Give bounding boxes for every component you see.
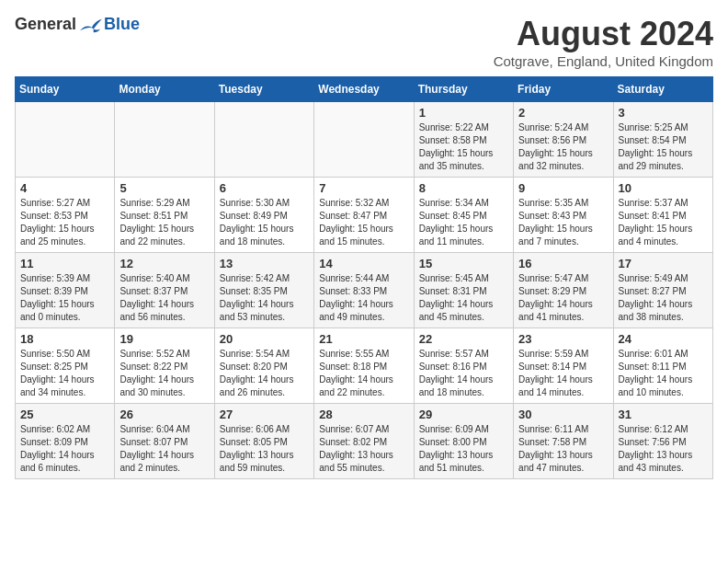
calendar-cell: 20Sunrise: 5:54 AMSunset: 8:20 PMDayligh… <box>214 328 313 404</box>
day-info: Sunrise: 5:25 AMSunset: 8:54 PMDaylight:… <box>619 121 708 173</box>
day-info: Sunrise: 5:40 AMSunset: 8:37 PMDaylight:… <box>119 272 209 324</box>
day-info: Sunrise: 5:35 AMSunset: 8:43 PMDaylight:… <box>518 197 608 248</box>
calendar-table: SundayMondayTuesdayWednesdayThursdayFrid… <box>15 76 713 479</box>
day-info: Sunrise: 5:39 AMSunset: 8:39 PMDaylight:… <box>20 272 109 324</box>
day-number: 15 <box>419 257 508 270</box>
calendar-cell <box>16 102 115 178</box>
day-info: Sunrise: 6:11 AMSunset: 7:58 PMDaylight:… <box>518 423 608 475</box>
day-info: Sunrise: 5:22 AMSunset: 8:58 PMDaylight:… <box>419 121 508 173</box>
day-info: Sunrise: 5:55 AMSunset: 8:18 PMDaylight:… <box>319 348 408 399</box>
calendar-cell: 4Sunrise: 5:27 AMSunset: 8:53 PMDaylight… <box>16 178 115 253</box>
day-info: Sunrise: 5:42 AMSunset: 8:35 PMDaylight:… <box>220 272 309 324</box>
day-number: 4 <box>20 181 109 195</box>
calendar-cell: 19Sunrise: 5:52 AMSunset: 8:22 PMDayligh… <box>115 328 214 404</box>
day-info: Sunrise: 6:01 AMSunset: 8:11 PMDaylight:… <box>619 348 708 399</box>
calendar-cell: 12Sunrise: 5:40 AMSunset: 8:37 PMDayligh… <box>115 253 214 328</box>
calendar-cell: 27Sunrise: 6:06 AMSunset: 8:05 PMDayligh… <box>214 404 313 479</box>
calendar-cell: 13Sunrise: 5:42 AMSunset: 8:35 PMDayligh… <box>214 253 313 328</box>
weekday-header-friday: Friday <box>514 77 613 102</box>
calendar-cell: 2Sunrise: 5:24 AMSunset: 8:56 PMDaylight… <box>514 102 613 178</box>
day-number: 30 <box>518 408 608 421</box>
day-info: Sunrise: 5:47 AMSunset: 8:29 PMDaylight:… <box>518 272 608 324</box>
title-area: August 2024 Cotgrave, England, United Ki… <box>494 15 713 69</box>
day-info: Sunrise: 5:32 AMSunset: 8:47 PMDaylight:… <box>319 197 408 248</box>
calendar-cell: 26Sunrise: 6:04 AMSunset: 8:07 PMDayligh… <box>115 404 214 479</box>
day-number: 14 <box>319 257 408 270</box>
day-info: Sunrise: 5:37 AMSunset: 8:41 PMDaylight:… <box>619 197 708 248</box>
day-number: 3 <box>619 106 708 120</box>
day-number: 16 <box>518 257 608 270</box>
day-number: 1 <box>419 106 508 120</box>
calendar-cell: 17Sunrise: 5:49 AMSunset: 8:27 PMDayligh… <box>613 253 712 328</box>
day-info: Sunrise: 5:24 AMSunset: 8:56 PMDaylight:… <box>518 121 608 173</box>
day-info: Sunrise: 5:27 AMSunset: 8:53 PMDaylight:… <box>20 197 109 248</box>
calendar-cell: 14Sunrise: 5:44 AMSunset: 8:33 PMDayligh… <box>314 253 414 328</box>
calendar-cell: 15Sunrise: 5:45 AMSunset: 8:31 PMDayligh… <box>414 253 513 328</box>
day-number: 17 <box>619 257 708 270</box>
calendar-cell: 28Sunrise: 6:07 AMSunset: 8:02 PMDayligh… <box>314 404 414 479</box>
day-info: Sunrise: 5:54 AMSunset: 8:20 PMDaylight:… <box>220 348 309 399</box>
calendar-cell <box>115 102 214 178</box>
calendar-cell: 8Sunrise: 5:34 AMSunset: 8:45 PMDaylight… <box>414 178 513 253</box>
weekday-header-tuesday: Tuesday <box>214 77 313 102</box>
calendar-cell: 24Sunrise: 6:01 AMSunset: 8:11 PMDayligh… <box>613 328 712 404</box>
calendar-cell: 22Sunrise: 5:57 AMSunset: 8:16 PMDayligh… <box>414 328 513 404</box>
day-info: Sunrise: 5:29 AMSunset: 8:51 PMDaylight:… <box>119 197 209 248</box>
day-info: Sunrise: 5:30 AMSunset: 8:49 PMDaylight:… <box>220 197 309 248</box>
day-number: 13 <box>220 257 309 270</box>
calendar-cell: 25Sunrise: 6:02 AMSunset: 8:09 PMDayligh… <box>16 404 115 479</box>
day-number: 7 <box>319 181 408 195</box>
day-number: 24 <box>619 332 708 346</box>
day-number: 22 <box>419 332 508 346</box>
day-info: Sunrise: 5:57 AMSunset: 8:16 PMDaylight:… <box>419 348 508 399</box>
calendar-cell <box>314 102 414 178</box>
calendar-cell <box>214 102 313 178</box>
logo-general-text: General <box>15 15 76 34</box>
day-number: 20 <box>220 332 309 346</box>
day-number: 19 <box>119 332 209 346</box>
calendar-cell: 10Sunrise: 5:37 AMSunset: 8:41 PMDayligh… <box>613 178 712 253</box>
calendar-cell: 1Sunrise: 5:22 AMSunset: 8:58 PMDaylight… <box>414 102 513 178</box>
day-number: 6 <box>220 181 309 195</box>
calendar-cell: 7Sunrise: 5:32 AMSunset: 8:47 PMDaylight… <box>314 178 414 253</box>
day-info: Sunrise: 6:02 AMSunset: 8:09 PMDaylight:… <box>20 423 109 475</box>
day-number: 12 <box>119 257 209 270</box>
calendar-cell: 11Sunrise: 5:39 AMSunset: 8:39 PMDayligh… <box>16 253 115 328</box>
day-number: 27 <box>220 408 309 421</box>
day-info: Sunrise: 5:49 AMSunset: 8:27 PMDaylight:… <box>619 272 708 324</box>
calendar-cell: 29Sunrise: 6:09 AMSunset: 8:00 PMDayligh… <box>414 404 513 479</box>
calendar-week-row: 4Sunrise: 5:27 AMSunset: 8:53 PMDaylight… <box>16 178 713 253</box>
day-number: 28 <box>319 408 408 421</box>
page-header: General Blue August 2024 Cotgrave, Engla… <box>15 15 713 69</box>
logo: General Blue <box>15 15 140 34</box>
day-number: 25 <box>20 408 109 421</box>
calendar-cell: 16Sunrise: 5:47 AMSunset: 8:29 PMDayligh… <box>514 253 613 328</box>
day-number: 10 <box>619 181 708 195</box>
weekday-header-monday: Monday <box>115 77 214 102</box>
calendar-cell: 6Sunrise: 5:30 AMSunset: 8:49 PMDaylight… <box>214 178 313 253</box>
day-info: Sunrise: 5:52 AMSunset: 8:22 PMDaylight:… <box>119 348 209 399</box>
day-number: 29 <box>419 408 508 421</box>
day-number: 9 <box>518 181 608 195</box>
day-info: Sunrise: 5:59 AMSunset: 8:14 PMDaylight:… <box>518 348 608 399</box>
day-info: Sunrise: 5:44 AMSunset: 8:33 PMDaylight:… <box>319 272 408 324</box>
calendar-cell: 30Sunrise: 6:11 AMSunset: 7:58 PMDayligh… <box>514 404 613 479</box>
calendar-week-row: 1Sunrise: 5:22 AMSunset: 8:58 PMDaylight… <box>16 102 713 178</box>
calendar-cell: 21Sunrise: 5:55 AMSunset: 8:18 PMDayligh… <box>314 328 414 404</box>
weekday-header-thursday: Thursday <box>414 77 513 102</box>
day-number: 2 <box>518 106 608 120</box>
day-info: Sunrise: 5:34 AMSunset: 8:45 PMDaylight:… <box>419 197 508 248</box>
calendar-cell: 9Sunrise: 5:35 AMSunset: 8:43 PMDaylight… <box>514 178 613 253</box>
weekday-header-sunday: Sunday <box>16 77 115 102</box>
calendar-cell: 31Sunrise: 6:12 AMSunset: 7:56 PMDayligh… <box>613 404 712 479</box>
day-number: 8 <box>419 181 508 195</box>
month-title: August 2024 <box>494 15 713 53</box>
logo-blue-text: Blue <box>104 15 140 34</box>
day-number: 18 <box>20 332 109 346</box>
logo-bird-icon <box>78 16 104 34</box>
weekday-header-wednesday: Wednesday <box>314 77 414 102</box>
day-info: Sunrise: 6:12 AMSunset: 7:56 PMDaylight:… <box>619 423 708 475</box>
day-info: Sunrise: 6:04 AMSunset: 8:07 PMDaylight:… <box>119 423 209 475</box>
calendar-week-row: 11Sunrise: 5:39 AMSunset: 8:39 PMDayligh… <box>16 253 713 328</box>
weekday-header-saturday: Saturday <box>613 77 712 102</box>
